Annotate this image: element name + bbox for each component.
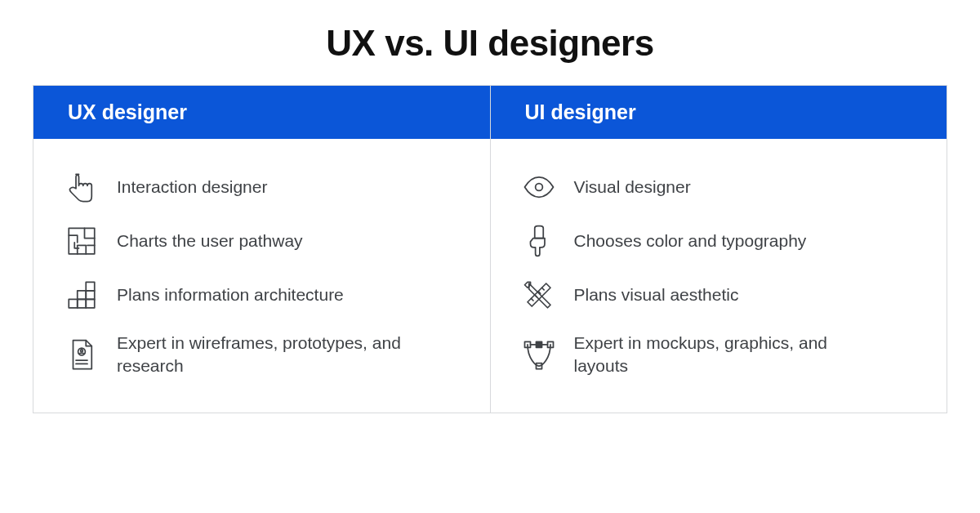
ux-items-list: Interaction designer Charts the user pat…	[33, 139, 490, 413]
svg-rect-6	[86, 282, 95, 291]
svg-rect-4	[78, 291, 87, 300]
ui-column-header: UI designer	[491, 86, 947, 139]
item-label: Chooses color and typography	[574, 230, 807, 252]
ux-designer-column: UX designer Interaction designer	[33, 86, 491, 413]
svg-rect-3	[86, 299, 95, 308]
document-icon	[65, 337, 99, 372]
maze-icon	[65, 224, 99, 258]
list-item: Charts the user pathway	[65, 214, 456, 268]
list-item: Expert in mockups, graphics, and layouts	[522, 322, 913, 388]
page-title: UX vs. UI designers	[33, 23, 947, 64]
list-item: Plans information architecture	[65, 268, 456, 322]
list-item: Plans visual aesthetic	[522, 268, 913, 322]
list-item: Expert in wireframes, prototypes, and re…	[65, 322, 456, 388]
ui-designer-column: UI designer Visual designer	[491, 86, 947, 413]
list-item: Visual designer	[522, 160, 913, 214]
item-label: Expert in mockups, graphics, and layouts	[574, 332, 884, 378]
list-item: Interaction designer	[65, 160, 456, 214]
ruler-pencil-icon	[522, 278, 556, 312]
svg-point-9	[535, 184, 542, 191]
item-label: Charts the user pathway	[117, 230, 303, 252]
item-label: Plans visual aesthetic	[574, 283, 739, 306]
pointer-icon	[65, 170, 99, 204]
vector-icon	[522, 337, 556, 372]
item-label: Plans information architecture	[117, 283, 344, 306]
ux-column-header: UX designer	[33, 86, 490, 139]
svg-rect-11	[536, 342, 541, 348]
svg-rect-2	[78, 299, 87, 308]
ui-items-list: Visual designer Chooses color and typogr…	[491, 139, 947, 413]
blocks-icon	[65, 278, 99, 312]
svg-point-8	[81, 350, 83, 352]
comparison-table: UX designer Interaction designer	[33, 85, 947, 413]
item-label: Expert in wireframes, prototypes, and re…	[117, 332, 427, 378]
svg-rect-0	[69, 228, 95, 254]
svg-rect-5	[86, 291, 95, 300]
item-label: Interaction designer	[117, 176, 267, 199]
eye-icon	[522, 170, 556, 204]
list-item: Chooses color and typography	[522, 214, 913, 268]
paintbrush-icon	[522, 224, 556, 258]
item-label: Visual designer	[574, 176, 691, 199]
svg-rect-1	[69, 299, 78, 308]
